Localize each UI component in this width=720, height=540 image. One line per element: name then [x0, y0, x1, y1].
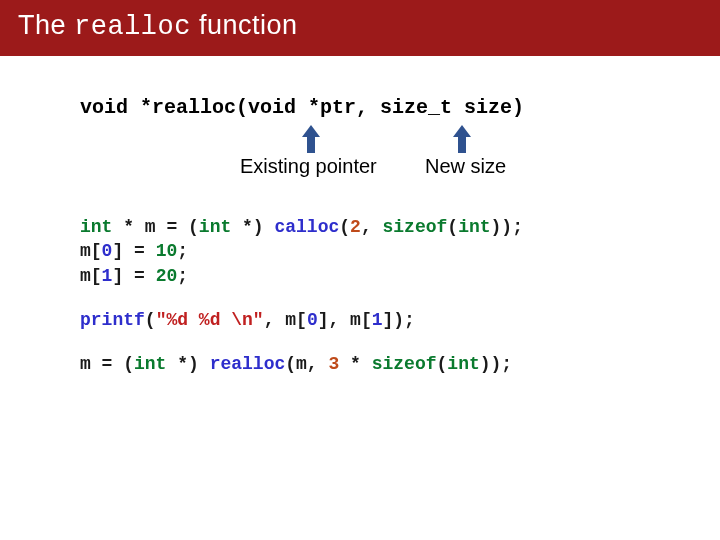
title-pre: The: [18, 10, 74, 40]
arrow-up-icon: [453, 125, 471, 153]
code-line-5: m = (int *) realloc(m, 3 * sizeof(int));: [80, 352, 710, 376]
code-line-3: m[1] = 20;: [80, 264, 710, 288]
arrows-row: [80, 125, 710, 153]
arrow-up-icon: [302, 125, 320, 153]
title-post: function: [191, 10, 298, 40]
labels-row: Existing pointer New size: [80, 155, 710, 185]
blank-line: [80, 288, 710, 308]
title-mono: realloc: [74, 12, 191, 42]
function-signature: void *realloc(void *ptr, size_t size): [80, 96, 710, 119]
slide-title: The realloc function: [18, 10, 702, 42]
slide-header: The realloc function: [0, 0, 720, 56]
code-line-1: int * m = (int *) calloc(2, sizeof(int))…: [80, 215, 710, 239]
blank-line: [80, 332, 710, 352]
code-block: int * m = (int *) calloc(2, sizeof(int))…: [80, 215, 710, 376]
slide-content: void *realloc(void *ptr, size_t size) Ex…: [0, 56, 720, 376]
code-line-2: m[0] = 10;: [80, 239, 710, 263]
label-existing-pointer: Existing pointer: [240, 155, 377, 178]
code-line-4: printf("%d %d \n", m[0], m[1]);: [80, 308, 710, 332]
label-new-size: New size: [425, 155, 506, 178]
